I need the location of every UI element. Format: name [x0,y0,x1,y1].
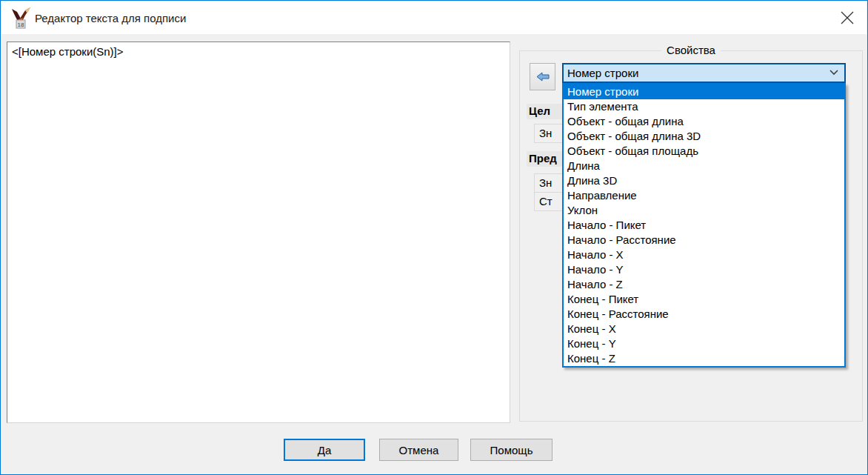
dropdown-item[interactable]: Конец - X [564,322,844,336]
arrow-left-icon [536,72,550,82]
cancel-button[interactable]: Отмена [379,439,458,461]
help-button[interactable]: Помощь [470,439,552,461]
dropdown-item[interactable]: Номер строки [564,84,844,99]
dropdown-item[interactable]: Тип элемента [564,99,844,114]
dropdown-item[interactable]: Конец - Расстояние [564,307,844,322]
property-combobox-value: Номер строки [567,67,638,79]
dropdown-item[interactable]: Начало - Z [564,277,844,292]
properties-groupbox-title: Свойства [661,44,721,56]
dropdown-item[interactable]: Начало - Пикет [564,218,844,233]
obscured-group-label-representation: Пред [527,151,562,167]
dropdown-item[interactable]: Конец - Z [564,351,844,366]
dropdown-item[interactable]: Длина 3D [564,173,844,188]
dropdown-item[interactable]: Длина [564,159,844,173]
obscured-group-label-integer: Цел [527,104,562,119]
dropdown-item[interactable]: Объект - общая длина [564,114,844,129]
window-title: Редактор текста для подписи [35,1,186,34]
svg-text:18: 18 [18,21,24,28]
dropdown-item[interactable]: Уклон [564,203,844,218]
dropdown-item[interactable]: Конец - Пикет [564,292,844,307]
title-bar: 18 Редактор текста для подписи [1,1,867,34]
close-icon [839,10,855,26]
properties-dropdown-list[interactable]: Номер строкиТип элементаОбъект - общая д… [562,83,846,368]
insert-property-button[interactable] [530,63,555,90]
dropdown-item[interactable]: Объект - общая площадь [564,144,844,159]
dropdown-item[interactable]: Объект - общая длина 3D [564,129,844,144]
dropdown-item[interactable]: Конец - Y [564,336,844,351]
dropdown-item[interactable]: Начало - Расстояние [564,233,844,248]
close-button[interactable] [829,1,865,34]
chevron-down-icon [829,69,839,76]
app-logo-icon: 18 [11,7,31,29]
dropdown-item[interactable]: Начало - X [564,248,844,262]
ok-button[interactable]: Да [284,439,365,461]
dropdown-item[interactable]: Направление [564,188,844,203]
dropdown-item[interactable]: Начало - Y [564,262,844,277]
label-text-editor[interactable]: <[Номер строки(Sn)]> [7,41,510,423]
dialog-window: 18 Редактор текста для подписи <[Номер с… [0,0,868,475]
property-combobox[interactable]: Номер строки [562,63,846,83]
